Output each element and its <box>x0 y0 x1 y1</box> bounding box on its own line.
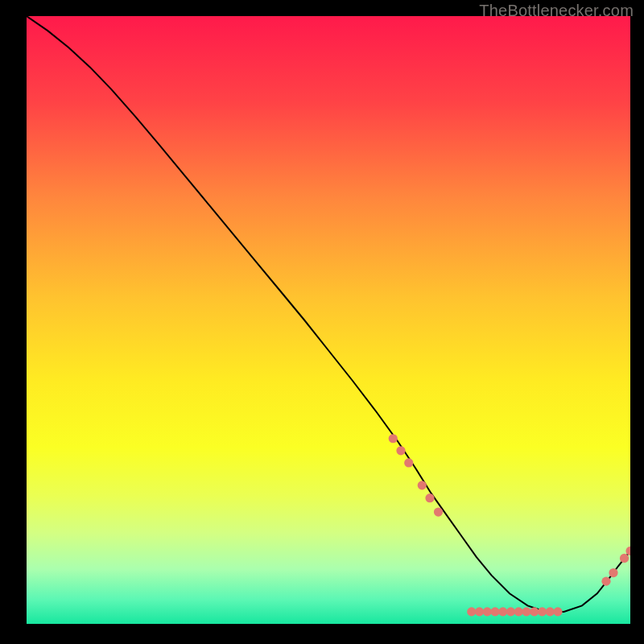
marker-dot <box>389 434 398 443</box>
marker-dot <box>538 607 547 616</box>
chart-background <box>27 16 630 624</box>
chart-stage: TheBottlenecker.com <box>0 0 644 644</box>
marker-dot <box>404 458 413 467</box>
marker-dot <box>546 607 555 616</box>
marker-dot <box>522 607 530 616</box>
marker-dot <box>601 577 610 586</box>
marker-dot <box>425 493 434 502</box>
chart-svg <box>27 16 630 624</box>
marker-dot <box>434 507 443 516</box>
marker-dot <box>490 607 499 616</box>
marker-dot <box>620 554 629 563</box>
marker-dot <box>530 607 539 616</box>
marker-dot <box>514 607 523 616</box>
marker-dot <box>475 607 484 616</box>
marker-dot <box>609 568 617 577</box>
marker-dot <box>506 607 515 616</box>
marker-dot <box>418 481 427 489</box>
marker-dot <box>467 607 476 616</box>
marker-dot <box>396 446 405 455</box>
marker-dot <box>483 607 492 616</box>
marker-dot <box>498 607 507 616</box>
marker-dot <box>553 607 562 616</box>
